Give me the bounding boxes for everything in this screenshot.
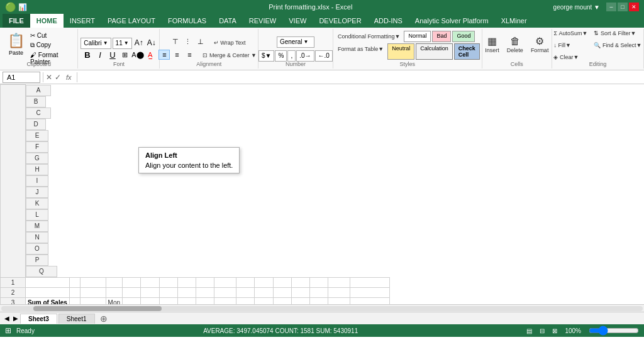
- table-cell[interactable]: [328, 287, 350, 297]
- col-header-f[interactable]: F: [26, 141, 48, 153]
- table-cell[interactable]: [273, 277, 291, 287]
- table-cell[interactable]: [255, 277, 273, 287]
- table-cell[interactable]: [350, 297, 389, 304]
- fill-color-button[interactable]: A⬤: [132, 50, 143, 60]
- table-cell[interactable]: [236, 277, 255, 287]
- table-container[interactable]: A B C D E F G H I J K L M N O P Q: [0, 84, 644, 304]
- align-middle-button[interactable]: ⋮: [182, 37, 194, 47]
- paste-button[interactable]: 📋 Paste: [4, 31, 28, 57]
- format-as-table-button[interactable]: Format as Table▼: [335, 43, 386, 55]
- table-cell[interactable]: [255, 297, 273, 304]
- table-cell[interactable]: [196, 287, 214, 297]
- table-cell[interactable]: [196, 297, 214, 304]
- sheet-tab-sheet1[interactable]: Sheet1: [58, 314, 95, 324]
- font-increase-button[interactable]: A↑: [133, 38, 145, 48]
- conditional-formatting-button[interactable]: Conditional Formatting▼: [335, 31, 402, 42]
- tab-view[interactable]: VIEW: [282, 14, 313, 28]
- table-cell[interactable]: [214, 297, 236, 304]
- col-header-h[interactable]: H: [26, 164, 48, 175]
- normal-view-btn[interactable]: ▤: [526, 327, 532, 334]
- page-break-view-btn[interactable]: ⊠: [552, 327, 557, 334]
- table-cell[interactable]: [177, 287, 196, 297]
- table-cell[interactable]: [69, 287, 80, 297]
- merge-center-button[interactable]: ⊡ Merge & Center ▼: [200, 50, 258, 61]
- tab-add-ins[interactable]: ADD-INS: [368, 14, 409, 28]
- comma-button[interactable]: ,: [287, 50, 296, 62]
- bad-style[interactable]: Bad: [432, 31, 451, 42]
- zoom-slider[interactable]: [589, 327, 639, 334]
- sort-filter-button[interactable]: ⇅ Sort & Filter▼: [591, 28, 644, 39]
- table-cell[interactable]: [80, 297, 106, 304]
- col-header-a[interactable]: A: [26, 85, 51, 96]
- add-sheet-button[interactable]: ⊕: [96, 312, 111, 325]
- table-cell[interactable]: [159, 297, 177, 304]
- currency-button[interactable]: $▼: [258, 50, 274, 62]
- font-color-button[interactable]: A̲: [145, 50, 156, 60]
- table-cell[interactable]: [328, 297, 350, 304]
- delete-button[interactable]: 🗑Delete: [504, 35, 526, 55]
- table-cell[interactable]: [141, 287, 159, 297]
- col-header-q[interactable]: Q: [26, 266, 57, 277]
- col-header-b[interactable]: B: [26, 96, 46, 107]
- table-cell[interactable]: [177, 297, 196, 304]
- table-cell[interactable]: [196, 277, 214, 287]
- table-cell[interactable]: [350, 287, 389, 297]
- col-header-p[interactable]: P: [26, 255, 48, 266]
- align-bottom-button[interactable]: ⊥: [195, 37, 206, 47]
- col-header-o[interactable]: O: [26, 243, 48, 255]
- increase-decimal-button[interactable]: .0→: [296, 50, 314, 62]
- insert-button[interactable]: ▦Insert: [482, 35, 502, 55]
- table-cell[interactable]: [310, 277, 328, 287]
- align-top-button[interactable]: ⊤: [170, 37, 181, 47]
- percent-button[interactable]: %: [275, 50, 287, 62]
- find-select-button[interactable]: 🔍 Find & Select▼: [591, 40, 644, 51]
- tab-home[interactable]: HOME: [30, 14, 64, 28]
- table-cell[interactable]: [141, 277, 159, 287]
- tab-analytic-solver[interactable]: Analytic Solver Platform: [409, 14, 495, 28]
- table-cell[interactable]: [291, 287, 309, 297]
- table-cell[interactable]: [80, 277, 106, 287]
- table-cell[interactable]: [69, 277, 80, 287]
- table-cell[interactable]: [123, 277, 141, 287]
- col-header-e[interactable]: E: [26, 130, 48, 141]
- col-header-k[interactable]: K: [26, 198, 48, 209]
- close-btn[interactable]: ✕: [629, 3, 639, 11]
- table-cell[interactable]: [310, 297, 328, 304]
- check-cell-style[interactable]: Check Cell: [454, 43, 480, 60]
- formula-input[interactable]: [80, 72, 641, 83]
- font-name-box[interactable]: Calibri ▼: [80, 38, 111, 49]
- table-cell[interactable]: [26, 277, 70, 287]
- font-size-box[interactable]: 11 ▼: [113, 38, 132, 49]
- table-cell[interactable]: [310, 287, 328, 297]
- table-cell[interactable]: [328, 277, 350, 287]
- table-cell[interactable]: [106, 287, 122, 297]
- table-cell[interactable]: [214, 287, 236, 297]
- table-cell[interactable]: [159, 277, 177, 287]
- table-cell[interactable]: [273, 287, 291, 297]
- col-header-g[interactable]: G: [26, 153, 48, 164]
- table-cell[interactable]: [123, 297, 141, 304]
- tab-developer[interactable]: DEVELOPER: [313, 14, 367, 28]
- tab-formulas[interactable]: FORMULAS: [162, 14, 213, 28]
- table-cell[interactable]: [80, 287, 106, 297]
- col-header-d[interactable]: D: [26, 119, 46, 130]
- table-cell[interactable]: [214, 277, 236, 287]
- col-header-n[interactable]: N: [26, 232, 48, 243]
- table-cell[interactable]: [141, 297, 159, 304]
- confirm-formula-button[interactable]: ✓: [55, 73, 61, 82]
- tab-page-layout[interactable]: PAGE LAYOUT: [101, 14, 162, 28]
- cancel-formula-button[interactable]: ✕: [46, 73, 52, 82]
- format-button[interactable]: ⚙Format: [528, 35, 552, 55]
- sheet-nav-prev[interactable]: ◀: [3, 315, 11, 322]
- minimize-btn[interactable]: –: [606, 3, 616, 11]
- number-format-dropdown-icon[interactable]: ▼: [304, 39, 309, 45]
- horizontal-scrollbar[interactable]: [0, 304, 644, 312]
- copy-button[interactable]: ⧉ Copy: [28, 41, 74, 50]
- tab-insert[interactable]: INSERT: [64, 14, 101, 28]
- table-cell[interactable]: [350, 277, 389, 287]
- sheet-tab-sheet3[interactable]: Sheet3: [20, 314, 57, 324]
- align-left-button[interactable]: ≡: [158, 50, 170, 60]
- align-right-button[interactable]: ≡: [184, 50, 195, 60]
- table-cell[interactable]: [236, 287, 255, 297]
- italic-button[interactable]: I: [94, 50, 106, 60]
